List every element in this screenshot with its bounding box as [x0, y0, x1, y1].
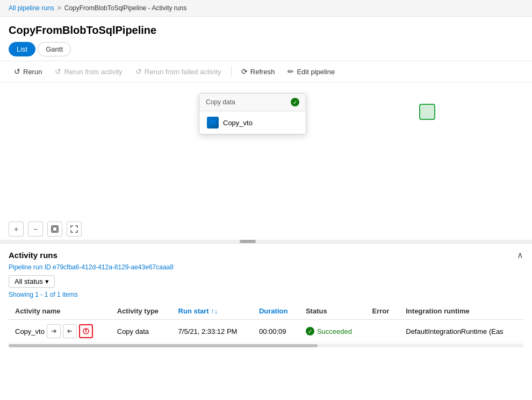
showing-text: Showing 1 - 1 of 1 items [9, 291, 523, 298]
dropdown-popup: Copy data ✓ Copy_vto [199, 93, 306, 134]
chevron-down-icon: ▾ [45, 277, 49, 285]
collapse-button[interactable]: ∧ [517, 250, 523, 260]
bottom-scrollbar[interactable] [9, 344, 523, 347]
col-error: Error [366, 303, 400, 320]
col-activity-type: Activity type [111, 303, 172, 320]
rerun-activity-icon: ↺ [55, 67, 61, 76]
status-filter-button[interactable]: All status ▾ [9, 275, 55, 288]
toolbar-separator [231, 66, 232, 77]
scrollbar-thumb [240, 240, 256, 243]
table-header-row: Activity name Activity type Run start ↑↓… [9, 303, 523, 320]
cell-status: ✓ Succeeded [299, 320, 366, 343]
cell-integration-runtime: DefaultIntegrationRuntime (Eas [399, 320, 523, 343]
page-title: CopyFromBlobToSqlPipeline [0, 17, 532, 42]
zoom-in-button[interactable]: + [9, 222, 24, 237]
status-value: Succeeded [317, 327, 352, 335]
refresh-icon: ⟳ [241, 67, 248, 76]
activity-runs-table: Activity name Activity type Run start ↑↓… [9, 303, 523, 343]
col-status: Status [299, 303, 366, 320]
horizontal-scrollbar[interactable] [0, 240, 532, 243]
svg-point-6 [85, 330, 86, 330]
canvas-node [419, 104, 435, 120]
zoom-out-button[interactable]: − [28, 222, 43, 237]
cell-run-start: 7/5/21, 2:33:12 PM [172, 320, 253, 343]
edit-pipeline-label: Edit pipeline [297, 68, 335, 76]
sort-icon: ↑↓ [211, 307, 218, 315]
input-action-button[interactable] [47, 324, 61, 338]
dropdown-title: Copy data [206, 98, 235, 106]
status-success-badge: ✓ Succeeded [306, 327, 360, 335]
col-integration-runtime: Integration runtime [399, 303, 523, 320]
rerun-from-activity-button[interactable]: ↺ Rerun from activity [49, 65, 127, 78]
svg-point-0 [210, 120, 216, 123]
fit-button[interactable] [47, 222, 62, 237]
table-row: Copy_vto [9, 320, 523, 343]
pipeline-run-id-row: Pipeline run ID e79cfba6-412d-412a-8129-… [9, 263, 523, 271]
details-action-button[interactable] [79, 324, 93, 338]
rerun-failed-icon: ↺ [135, 67, 142, 76]
rerun-from-failed-button[interactable]: ↺ Rerun from failed activity [130, 65, 227, 78]
refresh-button[interactable]: ⟳ Refresh [236, 65, 281, 78]
svg-point-1 [210, 123, 216, 125]
copy-data-icon [207, 117, 219, 128]
edit-pipeline-button[interactable]: ✏ Edit pipeline [282, 65, 340, 78]
rerun-button[interactable]: ↺ Rerun [9, 65, 47, 78]
col-duration: Duration [253, 303, 299, 320]
cell-duration: 00:00:09 [253, 320, 299, 343]
output-action-button[interactable] [63, 324, 77, 338]
breadcrumb: All pipeline runs > CopyFromBlobToSqlPip… [0, 0, 532, 17]
expand-button[interactable] [67, 222, 82, 237]
activity-name-value: Copy_vto [15, 327, 45, 335]
rerun-icon: ↺ [14, 67, 20, 76]
col-activity-name: Activity name [9, 303, 111, 320]
col-run-start[interactable]: Run start ↑↓ [172, 303, 253, 320]
dropdown-item-label: Copy_vto [223, 119, 253, 127]
pipeline-run-id-value: e79cfba6-412d-412a-8129-ae43e67caaa8 [53, 263, 174, 271]
breadcrumb-current: CopyFromBlobToSqlPipeline - Activity run… [64, 4, 186, 12]
canvas-area: Copy data ✓ Copy_vto + − [0, 82, 532, 244]
success-check-icon: ✓ [306, 327, 314, 335]
status-filter-label: All status [15, 277, 43, 285]
bottom-scrollbar-thumb [9, 344, 318, 347]
tab-gantt[interactable]: Gantt [38, 42, 71, 56]
activity-runs-section: Activity runs ∧ Pipeline run ID e79cfba6… [0, 244, 532, 347]
svg-rect-3 [53, 227, 57, 231]
canvas-toolbar: + − [9, 222, 82, 237]
edit-icon: ✏ [287, 67, 294, 76]
rerun-from-failed-label: Rerun from failed activity [145, 68, 221, 76]
dropdown-item[interactable]: Copy_vto [199, 111, 306, 134]
rerun-label: Rerun [23, 68, 42, 76]
table-wrapper: Activity name Activity type Run start ↑↓… [9, 303, 523, 343]
tabs-row: List Gantt [0, 42, 532, 61]
dropdown-header: Copy data ✓ [199, 94, 306, 111]
section-header: Activity runs ∧ [9, 250, 523, 260]
breadcrumb-link[interactable]: All pipeline runs [9, 4, 54, 12]
tab-list[interactable]: List [9, 42, 35, 56]
section-title: Activity runs [9, 251, 57, 260]
cell-activity-name: Copy_vto [9, 320, 111, 343]
rerun-from-activity-label: Rerun from activity [64, 68, 122, 76]
pipeline-run-id-label: Pipeline run ID [9, 263, 51, 271]
status-filter-row: All status ▾ [9, 275, 523, 288]
breadcrumb-separator: > [57, 4, 61, 12]
dropdown-check-icon: ✓ [291, 98, 299, 106]
cell-error [366, 320, 400, 343]
toolbar: ↺ Rerun ↺ Rerun from activity ↺ Rerun fr… [0, 61, 532, 82]
row-actions: Copy_vto [15, 324, 104, 338]
cell-activity-type: Copy data [111, 320, 172, 343]
refresh-label: Refresh [250, 68, 275, 76]
